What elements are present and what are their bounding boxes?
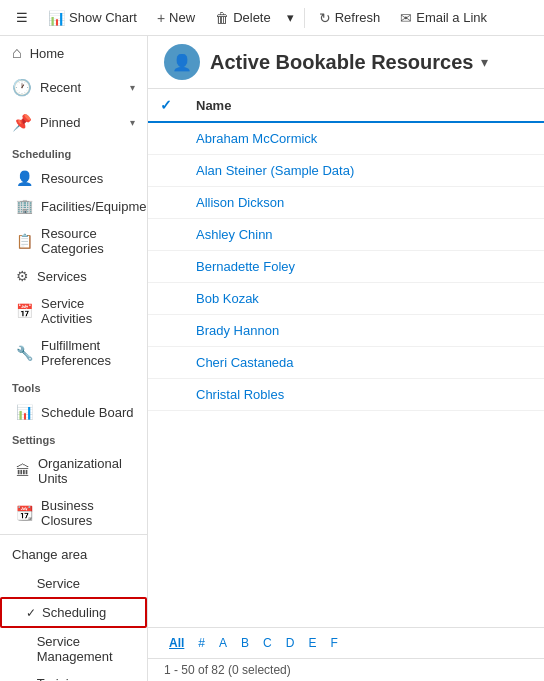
resource-link[interactable]: Ashley Chinn bbox=[196, 227, 273, 242]
row-name-cell: Allison Dickson bbox=[184, 187, 544, 219]
table-row: Bernadette Foley bbox=[148, 251, 544, 283]
alpha-btn-a[interactable]: A bbox=[214, 634, 232, 652]
sidebar-item-resource-categories[interactable]: 📋 Resource Categories bbox=[0, 220, 147, 262]
plus-icon: + bbox=[157, 10, 165, 26]
chevron-down-icon: ▾ bbox=[130, 117, 135, 128]
change-area-option-service-management[interactable]: Service Management bbox=[0, 628, 147, 670]
alpha-btn-#[interactable]: # bbox=[193, 634, 210, 652]
change-area-options: Service ✓ Scheduling Service Management … bbox=[0, 570, 147, 681]
new-button[interactable]: + New bbox=[149, 6, 203, 30]
row-check-cell[interactable] bbox=[148, 219, 184, 251]
fulfillment-icon: 🔧 bbox=[16, 345, 33, 361]
alpha-btn-e[interactable]: E bbox=[303, 634, 321, 652]
sidebar-item-recent[interactable]: 🕐 Recent ▾ bbox=[0, 70, 147, 105]
check-column-header: ✓ bbox=[148, 89, 184, 122]
change-area-option-service[interactable]: Service bbox=[0, 570, 147, 597]
row-name-cell: Alan Steiner (Sample Data) bbox=[184, 155, 544, 187]
resource-link[interactable]: Christal Robles bbox=[196, 387, 284, 402]
bookable-resources-icon: 👤 bbox=[172, 53, 192, 72]
alpha-nav: All#ABCDEF bbox=[148, 627, 544, 658]
row-check-cell[interactable] bbox=[148, 379, 184, 411]
resource-link[interactable]: Bernadette Foley bbox=[196, 259, 295, 274]
alpha-btn-b[interactable]: B bbox=[236, 634, 254, 652]
row-check-cell[interactable] bbox=[148, 283, 184, 315]
page-title: Active Bookable Resources bbox=[210, 51, 473, 74]
table-row: Alan Steiner (Sample Data) bbox=[148, 155, 544, 187]
sidebar-item-pinned[interactable]: 📌 Pinned ▾ bbox=[0, 105, 147, 140]
check-placeholder bbox=[24, 577, 31, 591]
alpha-btn-all[interactable]: All bbox=[164, 634, 189, 652]
sidebar-item-fulfillment-preferences[interactable]: 🔧 Fulfillment Preferences bbox=[0, 332, 147, 374]
name-column-header: Name bbox=[184, 89, 544, 122]
delete-button[interactable]: 🗑 Delete bbox=[207, 6, 279, 30]
refresh-button[interactable]: ↻ Refresh bbox=[311, 6, 389, 30]
schedule-board-icon: 📊 bbox=[16, 404, 33, 420]
row-name-cell: Abraham McCormick bbox=[184, 122, 544, 155]
main-layout: ⌂ Home 🕐 Recent ▾ 📌 Pinned ▾ Scheduling … bbox=[0, 36, 544, 681]
delete-dropdown-button[interactable]: ▾ bbox=[283, 6, 298, 29]
show-chart-button[interactable]: 📊 Show Chart bbox=[40, 6, 145, 30]
resource-link[interactable]: Allison Dickson bbox=[196, 195, 284, 210]
table-row: Ashley Chinn bbox=[148, 219, 544, 251]
check-icon: ✓ bbox=[26, 606, 36, 620]
check-icon: ✓ bbox=[160, 97, 172, 113]
row-check-cell[interactable] bbox=[148, 187, 184, 219]
sidebar-item-services[interactable]: ⚙ Services bbox=[0, 262, 147, 290]
sidebar-item-org-units[interactable]: 🏛 Organizational Units bbox=[0, 450, 147, 492]
resource-link[interactable]: Abraham McCormick bbox=[196, 131, 317, 146]
row-check-cell[interactable] bbox=[148, 155, 184, 187]
row-check-cell[interactable] bbox=[148, 347, 184, 379]
change-area-button[interactable]: Change area bbox=[0, 539, 147, 570]
alpha-btn-c[interactable]: C bbox=[258, 634, 277, 652]
change-area-option-training[interactable]: Training bbox=[0, 670, 147, 681]
table-row: Cheri Castaneda bbox=[148, 347, 544, 379]
resource-categories-icon: 📋 bbox=[16, 233, 33, 249]
services-icon: ⚙ bbox=[16, 268, 29, 284]
business-closures-icon: 📆 bbox=[16, 505, 33, 521]
resources-icon: 👤 bbox=[16, 170, 33, 186]
resource-link[interactable]: Bob Kozak bbox=[196, 291, 259, 306]
sidebar-item-resources[interactable]: 👤 Resources bbox=[0, 164, 147, 192]
page-icon: 👤 bbox=[164, 44, 200, 80]
row-check-cell[interactable] bbox=[148, 122, 184, 155]
trash-icon: 🗑 bbox=[215, 10, 229, 26]
resources-table: ✓ Name Abraham McCormickAlan Steiner (Sa… bbox=[148, 89, 544, 411]
chevron-down-icon: ▾ bbox=[287, 10, 294, 25]
toolbar-divider bbox=[304, 8, 305, 28]
change-area-option-scheduling[interactable]: ✓ Scheduling bbox=[0, 597, 147, 628]
settings-section-label: Settings bbox=[0, 426, 147, 450]
change-area-section: Change area Service ✓ Scheduling Service… bbox=[0, 534, 147, 681]
resource-link[interactable]: Brady Hannon bbox=[196, 323, 279, 338]
table-header-row: ✓ Name bbox=[148, 89, 544, 122]
table-container: ✓ Name Abraham McCormickAlan Steiner (Sa… bbox=[148, 89, 544, 627]
table-row: Bob Kozak bbox=[148, 283, 544, 315]
resource-link[interactable]: Alan Steiner (Sample Data) bbox=[196, 163, 354, 178]
email-link-button[interactable]: ✉ Email a Link bbox=[392, 6, 495, 30]
alpha-btn-f[interactable]: F bbox=[325, 634, 342, 652]
status-bar: 1 - 50 of 82 (0 selected) bbox=[148, 658, 544, 681]
hamburger-icon: ☰ bbox=[16, 10, 28, 25]
check-placeholder bbox=[24, 677, 31, 682]
alpha-btn-d[interactable]: D bbox=[281, 634, 300, 652]
hamburger-button[interactable]: ☰ bbox=[8, 6, 36, 29]
sidebar: ⌂ Home 🕐 Recent ▾ 📌 Pinned ▾ Scheduling … bbox=[0, 36, 148, 681]
sidebar-item-service-activities[interactable]: 📅 Service Activities bbox=[0, 290, 147, 332]
sidebar-item-home[interactable]: ⌂ Home bbox=[0, 36, 147, 70]
toolbar: ☰ 📊 Show Chart + New 🗑 Delete ▾ ↻ Refres… bbox=[0, 0, 544, 36]
page-title-chevron-icon[interactable]: ▾ bbox=[481, 54, 488, 70]
row-check-cell[interactable] bbox=[148, 315, 184, 347]
sidebar-item-facilities[interactable]: 🏢 Facilities/Equipment bbox=[0, 192, 147, 220]
resource-link[interactable]: Cheri Castaneda bbox=[196, 355, 294, 370]
row-name-cell: Bernadette Foley bbox=[184, 251, 544, 283]
check-placeholder bbox=[24, 642, 31, 656]
table-row: Allison Dickson bbox=[148, 187, 544, 219]
row-check-cell[interactable] bbox=[148, 251, 184, 283]
sidebar-item-schedule-board[interactable]: 📊 Schedule Board bbox=[0, 398, 147, 426]
sidebar-item-business-closures[interactable]: 📆 Business Closures bbox=[0, 492, 147, 534]
row-name-cell: Christal Robles bbox=[184, 379, 544, 411]
facilities-icon: 🏢 bbox=[16, 198, 33, 214]
row-name-cell: Brady Hannon bbox=[184, 315, 544, 347]
home-icon: ⌂ bbox=[12, 44, 22, 62]
chevron-down-icon: ▾ bbox=[130, 82, 135, 93]
table-row: Christal Robles bbox=[148, 379, 544, 411]
